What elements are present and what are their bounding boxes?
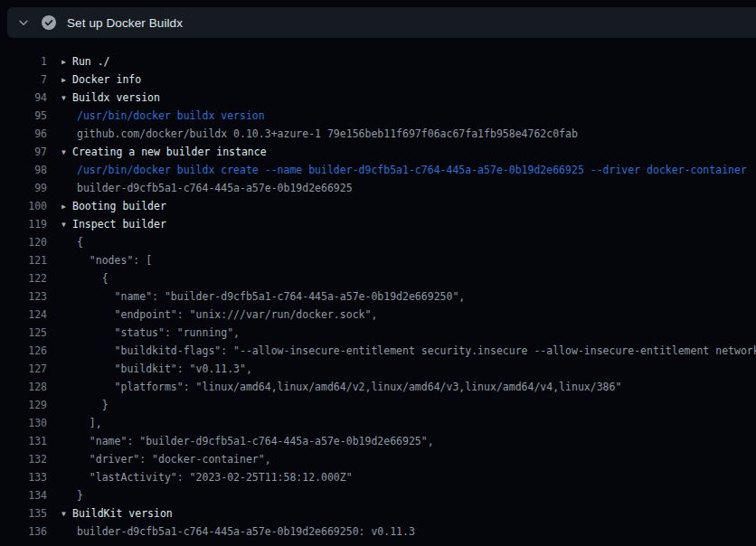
line-number[interactable]: 96 — [0, 125, 47, 143]
log-line: 124 "endpoint": "unix:///var/run/docker.… — [0, 306, 756, 324]
line-number[interactable]: 94 — [0, 89, 47, 107]
log-line: 95/usr/bin/docker buildx version — [0, 107, 756, 125]
line-number[interactable]: 135 — [0, 504, 47, 522]
log-output-text: "buildkitd-flags": "--allow-insecure-ent… — [61, 342, 756, 360]
log-output-text: "name": "builder-d9cfb5a1-c764-445a-a57e… — [61, 432, 756, 450]
log-line: 131 "name": "builder-d9cfb5a1-c764-445a-… — [0, 432, 756, 450]
log-line: 129 } — [0, 396, 756, 414]
triangle-down-icon: ▼ — [61, 144, 72, 161]
log-group-title: BuildKit version — [72, 507, 173, 520]
log-group-title: Booting builder — [72, 200, 166, 212]
triangle-down-icon: ▼ — [61, 89, 72, 107]
line-number[interactable]: 132 — [0, 450, 47, 468]
line-number[interactable]: 127 — [0, 360, 47, 378]
line-number[interactable]: 130 — [0, 414, 47, 432]
log-output-text: builder-d9cfb5a1-c764-445a-a57e-0b19d2e6… — [61, 179, 756, 197]
line-number[interactable]: 7 — [0, 71, 47, 89]
log-line: 127 "buildkit": "v0.11.3", — [0, 360, 756, 378]
log-group-toggle[interactable]: ▶Booting builder — [61, 197, 756, 215]
log-line: 94▼Buildx version — [0, 89, 756, 107]
log-group-title: Buildx version — [72, 91, 160, 104]
log-output-text: { — [61, 269, 756, 287]
line-number[interactable]: 134 — [0, 486, 47, 504]
triangle-right-icon: ▶ — [61, 71, 72, 89]
line-number[interactable]: 122 — [0, 269, 47, 287]
log-output-text: } — [61, 396, 756, 414]
log-group-title: Inspect builder — [72, 218, 166, 231]
log-line: 96github.com/docker/buildx 0.10.3+azure-… — [0, 125, 756, 143]
log-line: 97▼Creating a new builder instance — [0, 143, 756, 161]
line-number[interactable]: 119 — [0, 215, 47, 233]
log-line: 134} — [0, 486, 756, 504]
log-output-text: "buildkit": "v0.11.3", — [61, 360, 756, 378]
line-number[interactable]: 129 — [0, 396, 47, 414]
log-group-toggle[interactable]: ▶Run ./ — [61, 52, 756, 71]
log-output-text: "driver": "docker-container", — [61, 450, 756, 468]
log-output-text: "lastActivity": "2023-02-25T11:58:12.000… — [61, 468, 756, 486]
log-output-text: builder-d9cfb5a1-c764-445a-a57e-0b19d2e6… — [61, 522, 756, 541]
log-output-text: } — [61, 486, 756, 504]
line-number[interactable]: 124 — [0, 306, 47, 324]
line-number[interactable]: 128 — [0, 378, 47, 396]
log-output-text: "platforms": "linux/amd64,linux/amd64/v2… — [61, 378, 756, 396]
triangle-down-icon: ▼ — [61, 216, 72, 233]
log-line: 121 "nodes": [ — [0, 251, 756, 269]
line-number[interactable]: 120 — [0, 233, 47, 251]
log-line: 136builder-d9cfb5a1-c764-445a-a57e-0b19d… — [0, 522, 756, 541]
log-line: 135▼BuildKit version — [0, 504, 756, 522]
log-line: 1▶Run ./ — [0, 52, 756, 71]
line-number[interactable]: 123 — [0, 287, 47, 306]
log-command-text: /usr/bin/docker buildx create --name bui… — [61, 161, 756, 179]
chevron-down-icon[interactable] — [16, 15, 31, 30]
line-number[interactable]: 126 — [0, 342, 47, 360]
log-group-title: Docker info — [72, 73, 141, 86]
line-number[interactable]: 121 — [0, 251, 47, 269]
log-line: 130 ], — [0, 414, 756, 432]
log-group-toggle[interactable]: ▼Creating a new builder instance — [61, 143, 756, 161]
log-line: 98/usr/bin/docker buildx create --name b… — [0, 161, 756, 179]
log-group-toggle[interactable]: ▼BuildKit version — [61, 504, 756, 522]
log-line: 99builder-d9cfb5a1-c764-445a-a57e-0b19d2… — [0, 179, 756, 197]
check-circle-icon — [42, 15, 56, 30]
step-header[interactable]: Set up Docker Buildx — [7, 7, 756, 38]
triangle-down-icon: ▼ — [61, 505, 72, 522]
step-title: Set up Docker Buildx — [67, 16, 183, 30]
log-line: 7▶Docker info — [0, 71, 756, 89]
line-number[interactable]: 131 — [0, 432, 47, 450]
log-lines-container: 1▶Run ./7▶Docker info94▼Buildx version95… — [0, 38, 756, 546]
line-number[interactable]: 125 — [0, 324, 47, 342]
line-number[interactable]: 100 — [0, 197, 47, 215]
log-output-text: github.com/docker/buildx 0.10.3+azure-1 … — [61, 125, 756, 143]
log-line: 128 "platforms": "linux/amd64,linux/amd6… — [0, 378, 756, 396]
line-number[interactable]: 136 — [0, 522, 47, 541]
log-group-toggle[interactable]: ▼Buildx version — [61, 89, 756, 107]
log-line: 133 "lastActivity": "2023-02-25T11:58:12… — [0, 468, 756, 486]
log-output-text: ], — [61, 414, 756, 432]
log-group-title: Run ./ — [72, 55, 110, 68]
line-number[interactable]: 99 — [0, 179, 47, 197]
log-group-title: Creating a new builder instance — [72, 146, 267, 158]
log-output-text: "status": "running", — [61, 324, 756, 342]
log-line: 119▼Inspect builder — [0, 215, 756, 233]
log-line: 126 "buildkitd-flags": "--allow-insecure… — [0, 342, 756, 360]
log-group-toggle[interactable]: ▼Inspect builder — [61, 215, 756, 233]
log-group-toggle[interactable]: ▶Docker info — [61, 71, 756, 89]
log-line: 120{ — [0, 233, 756, 251]
log-line: 125 "status": "running", — [0, 324, 756, 342]
line-number[interactable]: 1 — [0, 52, 47, 71]
log-line: 100▶Booting builder — [0, 197, 756, 215]
triangle-right-icon: ▶ — [61, 198, 72, 215]
log-line: 122 { — [0, 269, 756, 287]
log-output-text: { — [61, 233, 756, 251]
log-line: 132 "driver": "docker-container", — [0, 450, 756, 468]
line-number[interactable]: 95 — [0, 107, 47, 125]
line-number[interactable]: 97 — [0, 143, 47, 161]
log-line: 123 "name": "builder-d9cfb5a1-c764-445a-… — [0, 287, 756, 306]
line-number[interactable]: 133 — [0, 468, 47, 486]
triangle-right-icon: ▶ — [61, 53, 72, 71]
log-command-text: /usr/bin/docker buildx version — [61, 107, 756, 125]
log-output-text: "name": "builder-d9cfb5a1-c764-445a-a57e… — [61, 287, 756, 306]
line-number[interactable]: 98 — [0, 161, 47, 179]
log-output-text: "endpoint": "unix:///var/run/docker.sock… — [61, 306, 756, 324]
log-output-text: "nodes": [ — [61, 251, 756, 269]
